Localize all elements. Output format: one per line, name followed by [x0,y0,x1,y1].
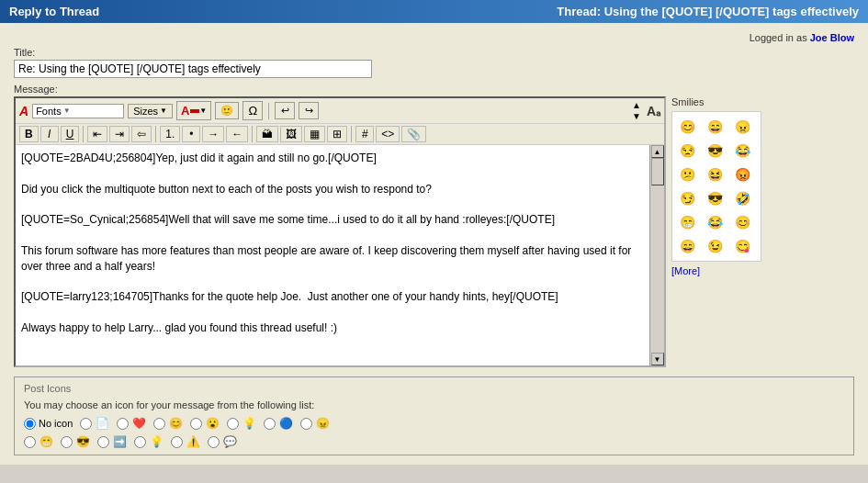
smiley-12[interactable]: 🤣 [731,187,753,209]
resize-up-btn[interactable]: ▲ [632,100,641,110]
icon-radio-page[interactable] [80,418,92,430]
username-link[interactable]: Joe Blow [810,32,854,43]
more-smilies-link[interactable]: [More] [671,265,700,276]
message-label: Message: [14,84,854,95]
logged-in-row: Logged in as Joe Blow [14,32,854,43]
icon-radio-bulb[interactable] [227,418,239,430]
smilies-grid: 😊 😄 😠 😒 😎 😂 😕 😆 😡 😏 😎 🤣 😁 😂 😊 [671,111,761,262]
align-center-button[interactable]: ⇥ [109,126,130,142]
font-icon: A [19,104,28,118]
indent-button[interactable]: → [202,126,224,142]
editor-outer: A Fonts ▼ Sizes ▼ A ▼ 🙂 [14,96,854,367]
icon-radio-angry[interactable] [300,418,312,430]
icon-radio-smile[interactable] [153,418,165,430]
smilies-title: Smilies [671,96,761,107]
scroll-thumb[interactable] [651,158,664,185]
icon-radio-none[interactable] [24,418,36,430]
sizes-button[interactable]: Sizes ▼ [128,104,173,118]
icon-img-grin: 😁 [39,434,53,449]
icon-radio-grin[interactable] [24,436,36,448]
icon-img-bulb: 💡 [242,416,256,431]
icon-option-page: 📄 [80,416,109,431]
message-textarea[interactable]: [QUOTE=2BAD4U;256804]Yep, just did it ag… [16,145,649,365]
icons-row2: 😁 😎 ➡️ 💡 ⚠️ 💬 [24,434,844,449]
smiley-17[interactable]: 😉 [704,235,726,257]
post-icons-section: Post Icons You may choose an icon for yo… [14,376,854,455]
image-button2[interactable]: 🖼 [280,126,302,142]
separator5 [351,126,352,142]
icon-radio-bubble[interactable] [208,436,220,448]
icon-radio-blue[interactable] [264,418,276,430]
image-button1[interactable]: 🏔 [256,126,278,142]
italic-button[interactable]: I [40,126,59,142]
underline-button[interactable]: U [61,126,80,142]
resize-controls: ▲ ▼ [632,100,641,121]
hash-button[interactable]: # [355,126,374,142]
bold-button[interactable]: B [19,126,39,142]
icon-radio-surprised[interactable] [190,418,202,430]
text-size-icon: Aₐ [647,104,660,118]
smiley-7[interactable]: 😕 [676,163,698,185]
smiley-8[interactable]: 😆 [704,163,726,185]
scroll-down-btn[interactable]: ▼ [651,353,664,365]
color-bar [190,109,199,113]
logged-in-label: Logged in as Joe Blow [750,32,854,43]
resize-down-btn[interactable]: ▼ [632,111,641,121]
icon-option-bubble: 💬 [208,434,237,449]
unordered-list-button[interactable]: • [182,126,200,142]
icon-radio-bulb2[interactable] [134,436,146,448]
icon-option-bulb: 💡 [227,416,256,431]
smiley-15[interactable]: 😊 [731,211,753,233]
color-button[interactable]: A ▼ [176,101,211,120]
code-button[interactable]: <> [376,126,400,142]
outdent-button[interactable]: ← [226,126,248,142]
smiley-button[interactable]: 🙂 [215,102,239,119]
title-input[interactable] [14,60,372,78]
sizes-dropdown-arrow: ▼ [160,107,167,115]
toolbar-row1: A Fonts ▼ Sizes ▼ A ▼ 🙂 [16,98,664,124]
redo-button[interactable]: ↪ [299,102,319,119]
font-label: Fonts [36,106,62,117]
icon-radio-heart[interactable] [117,418,129,430]
smiley-4[interactable]: 😒 [676,140,698,162]
smiley-2[interactable]: 😄 [704,116,726,138]
smiley-1[interactable]: 😊 [676,116,698,138]
separator3 [155,126,156,142]
toolbar-row2: B I U ⇤ ⇥ ⇦ 1. • → ← 🏔 🖼 ▦ ⊞ # <> [16,124,664,145]
editor-body: [QUOTE=2BAD4U;256804]Yep, just did it ag… [16,145,664,365]
undo-button[interactable]: ↩ [275,102,295,119]
table-button[interactable]: ⊞ [327,126,347,142]
smiley-5[interactable]: 😎 [704,140,726,162]
icon-radio-warn[interactable] [171,436,183,448]
smiley-9[interactable]: 😡 [731,163,753,185]
smiley-6[interactable]: 😂 [731,140,753,162]
attach-button[interactable]: 📎 [401,126,426,142]
ordered-list-button[interactable]: 1. [160,126,180,142]
scroll-up-btn[interactable]: ▲ [651,145,664,158]
icon-img-warn: ⚠️ [186,434,200,449]
icon-radio-cool[interactable] [61,436,73,448]
post-icons-title: Post Icons [24,383,844,394]
separator4 [252,126,253,142]
icon-option-surprised: 😮 [190,416,220,431]
image-button3[interactable]: ▦ [304,126,325,142]
icon-option-angry: 😠 [300,416,330,431]
icon-img-page: 📄 [95,416,109,431]
font-dropdown[interactable]: Fonts ▼ [32,104,124,118]
align-right-button[interactable]: ⇦ [131,126,152,142]
smiley-18[interactable]: 😋 [731,235,753,257]
omega-button[interactable]: Ω [242,101,263,120]
smiley-3[interactable]: 😠 [731,116,753,138]
icon-radio-arrow[interactable] [97,436,109,448]
smiley-11[interactable]: 😎 [704,187,726,209]
smiley-13[interactable]: 😁 [676,211,698,233]
smiley-16[interactable]: 😄 [676,235,698,257]
scroll-track [650,158,664,353]
icon-img-bulb2: 💡 [149,434,163,449]
align-left-button[interactable]: ⇤ [87,126,107,142]
smiley-14[interactable]: 😂 [704,211,726,233]
icon-option-blue: 🔵 [264,416,293,431]
smiley-10[interactable]: 😏 [676,187,698,209]
icon-option-arrow: ➡️ [97,434,127,449]
post-icons-desc: You may choose an icon for your message … [24,399,844,410]
